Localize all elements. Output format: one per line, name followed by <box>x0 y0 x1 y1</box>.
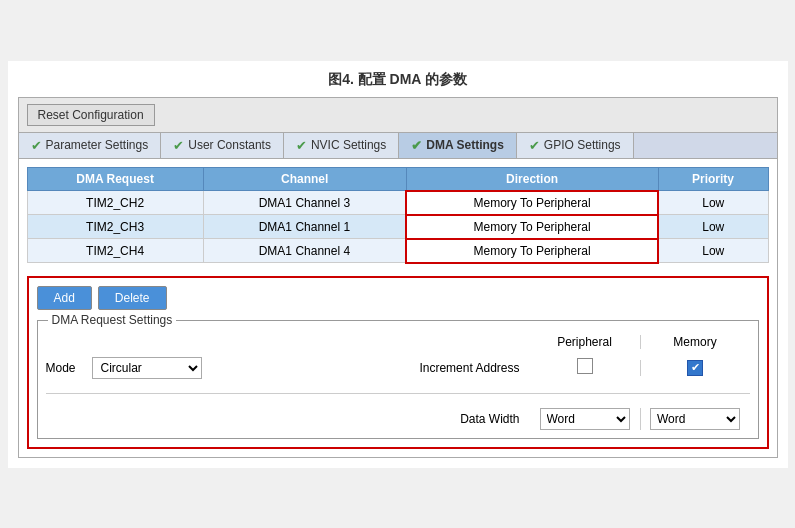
peripheral-width-select[interactable]: Byte Half Word Word <box>540 408 630 430</box>
data-width-label: Data Width <box>460 412 519 426</box>
tab-label: Parameter Settings <box>46 138 149 152</box>
column-headers-row: Peripheral Memory <box>46 335 750 349</box>
settings-legend: DMA Request Settings <box>48 313 177 327</box>
check-icon: ✔ <box>529 138 540 153</box>
tab-label: GPIO Settings <box>544 138 621 152</box>
add-button[interactable]: Add <box>37 286 92 310</box>
cell-dma-request: TIM2_CH3 <box>27 215 203 239</box>
col-header-dma-request: DMA Request <box>27 167 203 191</box>
table-row[interactable]: TIM2_CH2 DMA1 Channel 3 Memory To Periph… <box>27 191 768 215</box>
peripheral-checkbox-cell <box>530 358 640 377</box>
cell-dma-request: TIM2_CH2 <box>27 191 203 215</box>
col-header-peripheral: Peripheral <box>530 335 640 349</box>
tab-parameter-settings[interactable]: ✔ Parameter Settings <box>19 133 162 158</box>
mode-label: Mode <box>46 361 86 375</box>
separator <box>46 393 750 394</box>
tab-gpio-settings[interactable]: ✔ GPIO Settings <box>517 133 634 158</box>
page-title: 图4. 配置 DMA 的参数 <box>18 71 778 89</box>
reset-configuration-button[interactable]: Reset Configuration <box>27 104 155 126</box>
tab-label: DMA Settings <box>426 138 504 152</box>
check-icon: ✔ <box>173 138 184 153</box>
tab-label: NVIC Settings <box>311 138 386 152</box>
cell-dma-request: TIM2_CH4 <box>27 239 203 263</box>
tab-dma-settings[interactable]: ✔ DMA Settings <box>399 133 517 158</box>
memory-checkbox-cell: ✔ <box>640 360 750 376</box>
memory-width-select[interactable]: Byte Half Word Word <box>650 408 740 430</box>
col-header-direction: Direction <box>406 167 658 191</box>
col-header-channel: Channel <box>203 167 406 191</box>
peripheral-width-cell: Byte Half Word Word <box>530 408 640 430</box>
table-row[interactable]: TIM2_CH3 DMA1 Channel 1 Memory To Periph… <box>27 215 768 239</box>
table-row[interactable]: TIM2_CH4 DMA1 Channel 4 Memory To Periph… <box>27 239 768 263</box>
memory-width-cell: Byte Half Word Word <box>640 408 750 430</box>
settings-content: Peripheral Memory Mode Circular Normal <box>46 335 750 430</box>
cell-priority: Low <box>658 215 768 239</box>
cell-channel: DMA1 Channel 4 <box>203 239 406 263</box>
dma-table: DMA Request Channel Direction Priority T… <box>27 167 769 264</box>
tab-label: User Constants <box>188 138 271 152</box>
memory-increment-checkbox[interactable]: ✔ <box>687 360 703 376</box>
cell-channel: DMA1 Channel 3 <box>203 191 406 215</box>
peripheral-increment-checkbox[interactable] <box>577 358 593 374</box>
cell-direction: Memory To Peripheral <box>406 191 658 215</box>
dma-request-settings-panel: Add Delete DMA Request Settings Peripher… <box>27 276 769 449</box>
delete-button[interactable]: Delete <box>98 286 167 310</box>
tabs-bar: ✔ Parameter Settings ✔ User Constants ✔ … <box>19 133 777 159</box>
mode-increment-row: Mode Circular Normal Increment Address <box>46 357 750 379</box>
cell-priority: Low <box>658 239 768 263</box>
cell-direction: Memory To Peripheral <box>406 215 658 239</box>
data-width-row: Data Width Byte Half Word Word <box>46 408 750 430</box>
mode-select[interactable]: Circular Normal <box>92 357 202 379</box>
action-buttons: Add Delete <box>37 286 759 310</box>
increment-address-label: Increment Address <box>419 361 519 375</box>
data-width-selects: Byte Half Word Word Byte Half Word <box>530 408 750 430</box>
tab-nvic-settings[interactable]: ✔ NVIC Settings <box>284 133 399 158</box>
col-header-priority: Priority <box>658 167 768 191</box>
cell-direction: Memory To Peripheral <box>406 239 658 263</box>
mode-section: Mode Circular Normal <box>46 357 202 379</box>
toolbar: Reset Configuration <box>19 98 777 133</box>
cell-channel: DMA1 Channel 1 <box>203 215 406 239</box>
two-col-header: Peripheral Memory <box>530 335 750 349</box>
col-header-memory: Memory <box>640 335 750 349</box>
check-icon: ✔ <box>296 138 307 153</box>
settings-group: DMA Request Settings Peripheral Memory <box>37 320 759 439</box>
check-icon: ✔ <box>411 138 422 153</box>
increment-checkboxes: ✔ <box>530 358 750 377</box>
check-icon: ✔ <box>31 138 42 153</box>
tab-user-constants[interactable]: ✔ User Constants <box>161 133 284 158</box>
content-area: DMA Request Channel Direction Priority T… <box>19 159 777 457</box>
cell-priority: Low <box>658 191 768 215</box>
